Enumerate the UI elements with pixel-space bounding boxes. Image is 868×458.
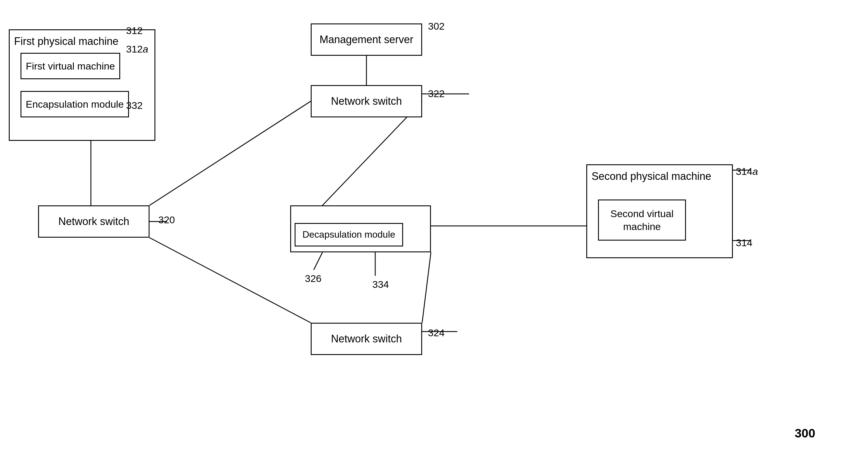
svg-line-3	[150, 238, 311, 323]
ref-302: 302	[428, 21, 445, 32]
diagram-number: 300	[795, 426, 815, 440]
svg-line-13	[314, 252, 322, 270]
ref-312a: 312a	[126, 44, 148, 55]
ref-324: 324	[428, 327, 445, 339]
diagram: First physical machine First virtual mac…	[0, 0, 868, 458]
management-server-box: Management server	[311, 24, 422, 56]
network-switch-322-box: Network switch	[311, 85, 422, 117]
decapsulation-module-box: Decapsulation module	[294, 223, 403, 247]
ref-314: 314	[736, 237, 752, 249]
first-virtual-machine-box: First virtual machine	[21, 53, 120, 79]
second-virtual-machine-box: Second virtual machine	[598, 200, 686, 240]
ref-334: 334	[372, 279, 389, 290]
ref-322: 322	[428, 88, 445, 99]
ref-320: 320	[158, 214, 175, 226]
first-physical-machine-label: First physical machine	[14, 35, 118, 49]
ref-326: 326	[305, 273, 321, 284]
ref-314a: 314a	[736, 166, 758, 177]
network-switch-320-box: Network switch	[38, 205, 150, 238]
ref-332: 332	[126, 100, 143, 111]
second-physical-machine-label: Second physical machine	[592, 170, 711, 183]
ref-312: 312	[126, 25, 143, 36]
encapsulation-module-box: Encapsulation module	[21, 91, 129, 117]
svg-line-2	[150, 101, 311, 205]
svg-line-4	[422, 252, 431, 323]
network-switch-324-box: Network switch	[311, 323, 422, 355]
